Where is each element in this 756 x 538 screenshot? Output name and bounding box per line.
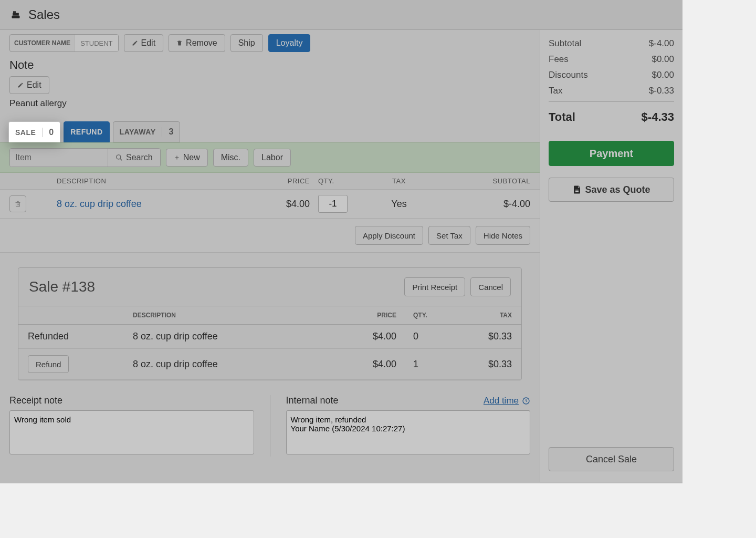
summary-subtotal: Subtotal$-4.00 [549,38,674,49]
line-item-link[interactable]: 8 oz. cup drip coffee [57,199,142,209]
add-time-link[interactable]: Add time [484,396,530,406]
sale-row: Refund 8 oz. cup drip coffee $4.00 1 $0.… [18,349,521,380]
svg-rect-5 [16,202,20,206]
payment-button[interactable]: Payment [549,141,674,166]
hide-notes-button[interactable]: Hide Notes [476,226,530,245]
set-tax-button[interactable]: Set Tax [428,226,470,245]
register-icon [10,9,21,20]
svg-rect-0 [12,16,20,18]
pencil-icon [132,40,138,46]
pencil-icon [17,82,24,88]
new-item-button[interactable]: New [166,149,208,167]
ship-button[interactable]: Ship [230,34,263,52]
customer-label: CUSTOMER NAME [10,39,75,47]
svg-rect-1 [13,11,16,13]
edit-note-button[interactable]: Edit [9,76,49,94]
apply-discount-button[interactable]: Apply Discount [355,226,423,245]
page-title: Sales [28,7,60,22]
internal-note-textarea[interactable] [286,410,531,454]
misc-button[interactable]: Misc. [213,149,248,167]
internal-note-label: Internal note [286,395,339,406]
plus-icon [174,154,180,161]
line-item-price: $4.00 [257,199,310,210]
note-text: Peanut allergy [9,98,530,109]
summary-tax: Tax$-0.33 [549,86,674,96]
item-search-input[interactable] [10,149,108,167]
tab-refund[interactable]: REFUND [64,121,109,142]
search-icon [116,154,123,161]
svg-rect-7 [575,190,579,191]
customer-badge[interactable]: CUSTOMER NAME STUDENT [9,34,119,52]
line-items-header: DESCRIPTION PRICE QTY. TAX SUBTOTAL [0,173,540,190]
line-item-row: 8 oz. cup drip coffee $4.00 Yes $-4.00 [0,190,540,219]
line-item-qty-input[interactable] [318,195,348,213]
loyalty-button[interactable]: Loyalty [268,34,311,52]
tab-sale[interactable]: SALE 0 [8,121,60,142]
receipt-note-label: Receipt note [9,395,254,406]
sale-row-status: Refunded [18,325,123,349]
customer-value: STUDENT [75,35,118,51]
labor-button[interactable]: Labor [254,149,291,167]
refund-row-button[interactable]: Refund [28,355,69,373]
sale-tabs: SALE 0 REFUND LAYAWAY 3 [0,121,540,142]
summary-discounts: Discounts$0.00 [549,70,674,80]
note-heading: Note [9,58,530,72]
svg-line-4 [120,159,122,161]
summary-fees: Fees$0.00 [549,54,674,65]
line-item-subtotal: $-4.00 [446,199,530,210]
cancel-sale-button[interactable]: Cancel Sale [549,447,674,471]
summary-total: Total$-4.33 [549,101,674,124]
notes-divider [270,395,270,457]
page-header: Sales [0,0,682,30]
quote-icon [572,185,582,194]
tab-layaway[interactable]: LAYAWAY 3 [113,121,181,142]
print-receipt-button[interactable]: Print Receipt [404,277,465,296]
remove-customer-button[interactable]: Remove [169,34,225,52]
clock-icon [522,397,530,405]
sale-row: Refunded 8 oz. cup drip coffee $4.00 0 $… [18,325,521,349]
receipt-note-textarea[interactable] [9,410,254,454]
item-searchbox: Search [9,148,161,167]
summary-sidebar: Subtotal$-4.00 Fees$0.00 Discounts$0.00 … [540,30,682,482]
delete-line-button[interactable] [9,195,26,212]
line-item-tax: Yes [352,199,446,210]
svg-rect-2 [13,13,19,16]
cancel-refund-button[interactable]: Cancel [470,277,511,296]
item-search-button[interactable]: Search [108,149,160,167]
original-sale-card: Sale #138 Print Receipt Cancel DESCRIPTI… [18,267,522,380]
sale-table-header: DESCRIPTION PRICE QTY. TAX [18,306,521,325]
svg-rect-8 [575,191,579,192]
save-quote-button[interactable]: Save as Quote [549,178,674,202]
sale-title: Sale #138 [29,278,95,295]
svg-point-3 [117,155,121,159]
edit-customer-button[interactable]: Edit [124,34,164,52]
trash-icon [14,200,22,208]
trash-icon [176,40,183,46]
